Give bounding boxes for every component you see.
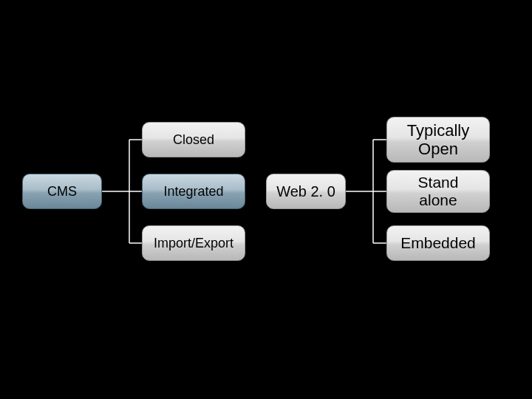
node-typically-open-label: Typically Open — [407, 121, 469, 159]
node-closed: Closed — [142, 122, 245, 157]
node-closed-label: Closed — [173, 132, 214, 148]
node-web20: Web 2. 0 — [266, 174, 346, 209]
node-embedded: Embedded — [386, 225, 490, 261]
node-embedded-label: Embedded — [400, 234, 476, 252]
node-web20-label: Web 2. 0 — [276, 183, 335, 200]
node-cms-label: CMS — [47, 184, 77, 200]
node-stand-alone-label: Stand alone — [418, 174, 459, 209]
node-typically-open: Typically Open — [386, 117, 490, 163]
node-cms: CMS — [22, 174, 102, 209]
node-import-export: Import/Export — [142, 225, 245, 261]
node-import-export-label: Import/Export — [154, 236, 233, 251]
node-stand-alone: Stand alone — [386, 170, 490, 213]
node-integrated: Integrated — [142, 174, 245, 209]
node-integrated-label: Integrated — [163, 184, 223, 200]
